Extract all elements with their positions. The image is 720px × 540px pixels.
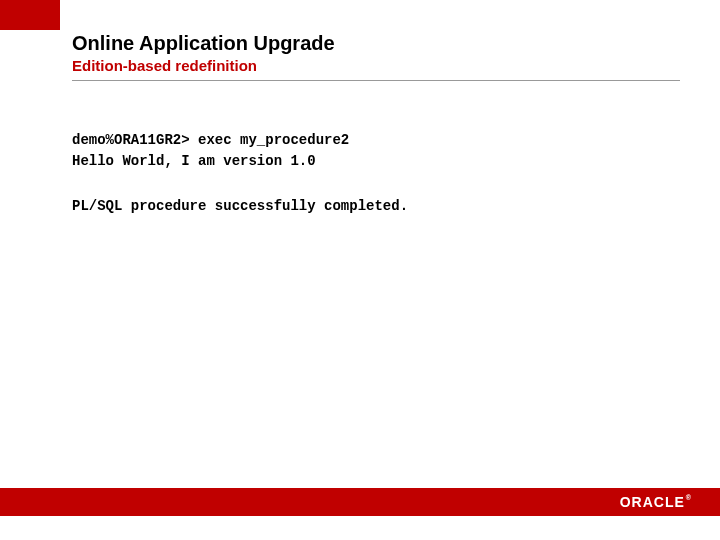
- corner-accent-block: [0, 0, 60, 30]
- slide-content: demo%ORA11GR2> exec my_procedure2 Hello …: [72, 130, 680, 217]
- terminal-line-3: PL/SQL procedure successfully completed.: [72, 196, 680, 217]
- slide-title: Online Application Upgrade: [72, 32, 680, 55]
- header-divider: [72, 80, 680, 81]
- brand-text: ORACLE: [620, 494, 685, 510]
- footer-bar: ORACLE®: [0, 488, 720, 516]
- slide-subtitle: Edition-based redefinition: [72, 57, 680, 74]
- oracle-logo: ORACLE®: [620, 494, 692, 510]
- terminal-line-1: demo%ORA11GR2> exec my_procedure2: [72, 130, 680, 151]
- terminal-line-2: Hello World, I am version 1.0: [72, 151, 680, 172]
- trademark-symbol: ®: [686, 494, 692, 501]
- slide-header: Online Application Upgrade Edition-based…: [72, 32, 680, 81]
